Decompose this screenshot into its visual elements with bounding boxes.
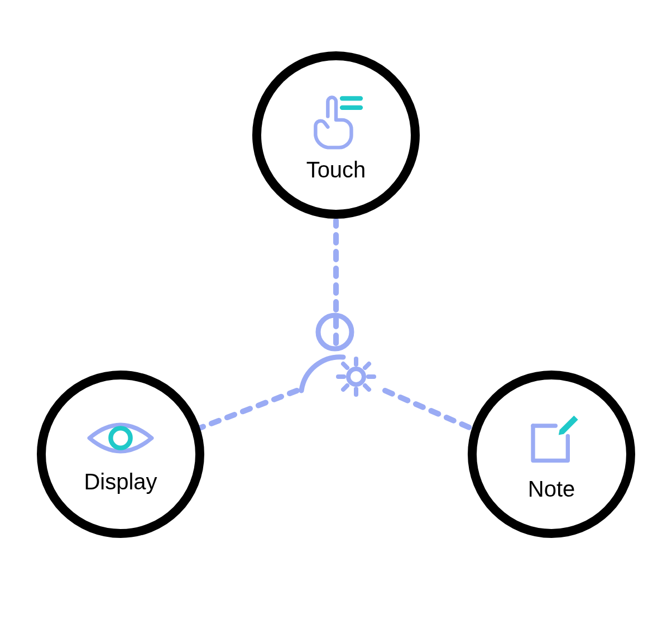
- touch-icon: [305, 88, 367, 150]
- svg-point-15: [111, 428, 130, 448]
- note-icon: [521, 407, 582, 469]
- node-touch[interactable]: Touch: [252, 51, 420, 219]
- eye-icon: [84, 415, 157, 461]
- svg-line-1: [195, 391, 297, 430]
- node-note-label: Note: [528, 477, 575, 502]
- svg-line-12: [365, 364, 369, 368]
- svg-point-4: [348, 369, 364, 384]
- svg-line-10: [365, 386, 369, 390]
- svg-line-11: [343, 386, 347, 390]
- svg-line-9: [343, 364, 347, 368]
- node-display[interactable]: Display: [37, 371, 204, 538]
- node-display-label: Display: [84, 469, 157, 494]
- svg-line-2: [385, 391, 474, 430]
- node-touch-label: Touch: [306, 157, 366, 182]
- svg-point-3: [318, 315, 352, 349]
- node-note[interactable]: Note: [468, 371, 635, 538]
- diagram-canvas: Touch Display Note: [0, 0, 672, 625]
- user-settings-icon: [290, 310, 391, 410]
